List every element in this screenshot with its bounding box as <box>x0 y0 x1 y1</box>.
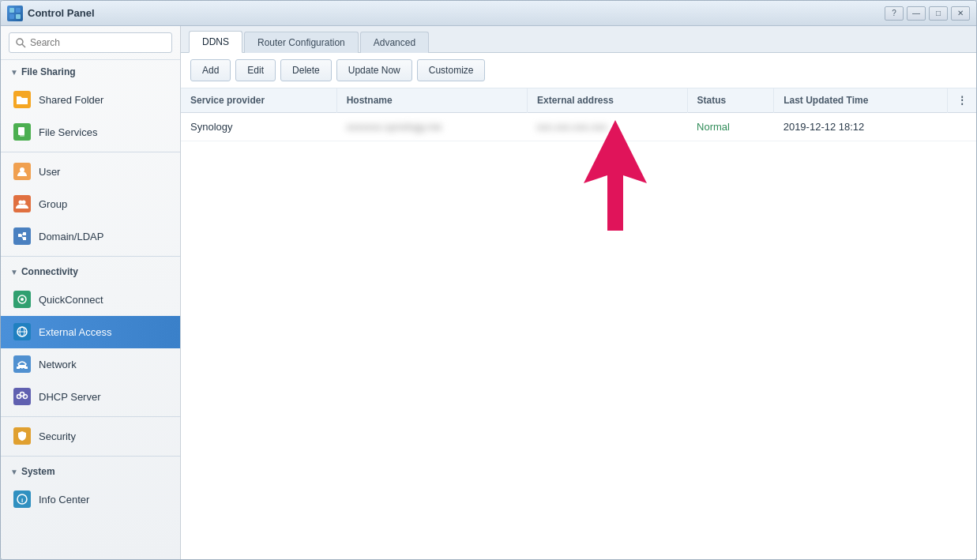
shared-folder-icon <box>13 91 31 108</box>
sidebar-item-security[interactable]: Security <box>1 420 180 453</box>
sidebar-item-info-center[interactable]: i Info Center <box>1 483 180 516</box>
svg-rect-21 <box>24 366 28 369</box>
group-icon <box>13 195 31 212</box>
section-label-connectivity: Connectivity <box>21 266 78 277</box>
maximize-button[interactable]: □ <box>929 6 948 21</box>
section-label-file-sharing: File Sharing <box>21 66 76 77</box>
tab-router-config[interactable]: Router Configuration <box>244 32 359 53</box>
col-status: Status <box>687 88 774 113</box>
svg-point-15 <box>21 298 24 301</box>
sidebar-item-shared-folder[interactable]: Shared Folder <box>1 84 180 116</box>
ddns-table: Service provider Hostname External addre… <box>181 88 976 141</box>
section-file-sharing: ▼ File Sharing Shared Folder <box>1 60 180 148</box>
svg-line-25 <box>19 396 21 397</box>
svg-rect-5 <box>20 129 24 137</box>
titlebar-left: Control Panel <box>7 6 95 21</box>
svg-rect-3 <box>16 14 21 19</box>
sidebar-search-container <box>1 26 180 60</box>
table-header-row: Service provider Hostname External addre… <box>181 88 976 113</box>
dhcp-icon <box>13 388 31 405</box>
info-center-icon: i <box>13 490 31 508</box>
sidebar-item-file-services[interactable]: File Services <box>1 116 180 148</box>
sidebar: ▼ File Sharing Shared Folder <box>1 26 181 559</box>
sidebar-item-user[interactable]: User <box>1 156 180 188</box>
svg-line-26 <box>24 396 25 397</box>
col-external-address: External address <box>528 88 687 113</box>
section-system: ▼ System i Info Center <box>1 460 180 516</box>
content-area: DDNS Router Configuration Advanced Add E… <box>181 26 976 559</box>
svg-text:i: i <box>21 497 23 504</box>
section-accounts: User Group <box>1 156 180 253</box>
main-window: Control Panel ? — □ ✕ ▼ File Sharing <box>0 0 977 560</box>
section-header-system[interactable]: ▼ System <box>1 460 180 483</box>
tab-ddns[interactable]: DDNS <box>189 31 242 53</box>
chevron-down-icon-3: ▼ <box>10 468 18 476</box>
external-address-value: xxx.xxx.xxx.xxx <box>537 121 607 133</box>
sidebar-label-shared-folder: Shared Folder <box>39 94 103 106</box>
section-label-system: System <box>21 466 55 477</box>
sidebar-item-group[interactable]: Group <box>1 188 180 220</box>
minimize-button[interactable]: — <box>907 6 926 21</box>
search-input[interactable] <box>9 32 172 53</box>
sidebar-label-network: Network <box>39 359 77 370</box>
section-connectivity: ▼ Connectivity QuickConnect <box>1 260 180 413</box>
quickconnect-icon <box>13 291 31 308</box>
separator-3 <box>1 416 180 417</box>
sidebar-item-external-access[interactable]: External Access <box>1 316 180 348</box>
sidebar-label-domain-ldap: Domain/LDAP <box>39 231 103 242</box>
cell-status: Normal <box>687 113 774 141</box>
close-button[interactable]: ✕ <box>951 6 970 21</box>
section-header-file-sharing[interactable]: ▼ File Sharing <box>1 60 180 84</box>
section-header-connectivity[interactable]: ▼ Connectivity <box>1 260 180 284</box>
chevron-down-icon-2: ▼ <box>10 268 18 276</box>
cell-hostname: xxxxxxx.synology.me <box>336 113 527 141</box>
user-icon <box>13 163 31 180</box>
sidebar-label-info-center: Info Center <box>39 494 89 506</box>
sidebar-label-group: Group <box>39 198 67 210</box>
delete-button[interactable]: Delete <box>280 59 332 81</box>
separator-2 <box>1 256 180 257</box>
sidebar-item-dhcp-server[interactable]: DHCP Server <box>1 381 180 413</box>
window-controls: ? — □ ✕ <box>885 6 970 21</box>
col-service-provider: Service provider <box>181 88 336 113</box>
titlebar: Control Panel ? — □ ✕ <box>1 1 976 26</box>
hostname-value: xxxxxxx.synology.me <box>346 121 442 133</box>
chevron-down-icon: ▼ <box>10 68 18 77</box>
sidebar-item-quickconnect[interactable]: QuickConnect <box>1 284 180 316</box>
tab-advanced[interactable]: Advanced <box>360 32 429 53</box>
sidebar-item-network[interactable]: Network <box>1 348 180 381</box>
col-last-updated: Last Updated Time <box>774 88 948 113</box>
sidebar-label-dhcp-server: DHCP Server <box>39 391 101 403</box>
sidebar-label-quickconnect: QuickConnect <box>39 294 103 306</box>
svg-line-12 <box>21 234 23 235</box>
cell-external-address: xxx.xxx.xxx.xxx <box>528 113 687 141</box>
section-security: Security <box>1 420 180 453</box>
svg-rect-20 <box>17 366 20 369</box>
separator-1 <box>1 152 180 152</box>
sidebar-label-user: User <box>39 166 60 178</box>
svg-line-13 <box>21 235 23 239</box>
edit-button[interactable]: Edit <box>235 59 276 81</box>
domain-icon <box>13 227 31 245</box>
window-title: Control Panel <box>28 7 95 19</box>
table-row[interactable]: Synology xxxxxxx.synology.me xxx.xxx.xxx… <box>181 113 976 141</box>
sidebar-label-security: Security <box>39 430 76 442</box>
main-layout: ▼ File Sharing Shared Folder <box>1 26 976 559</box>
svg-rect-10 <box>23 232 26 235</box>
add-button[interactable]: Add <box>190 59 231 81</box>
col-more: ⋮ <box>948 88 977 113</box>
toolbar: Add Edit Delete Update Now Customize <box>181 53 976 88</box>
svg-point-8 <box>22 201 26 205</box>
customize-button[interactable]: Customize <box>417 59 486 81</box>
svg-rect-9 <box>18 234 21 237</box>
network-icon <box>13 355 31 373</box>
svg-rect-1 <box>16 8 21 13</box>
update-now-button[interactable]: Update Now <box>336 59 412 81</box>
sidebar-label-external-access: External Access <box>39 326 112 338</box>
sidebar-item-domain-ldap[interactable]: Domain/LDAP <box>1 220 180 253</box>
cell-more <box>948 113 977 141</box>
help-button[interactable]: ? <box>885 6 904 21</box>
svg-rect-0 <box>9 8 14 13</box>
file-services-icon <box>13 123 31 141</box>
security-icon <box>13 427 31 445</box>
